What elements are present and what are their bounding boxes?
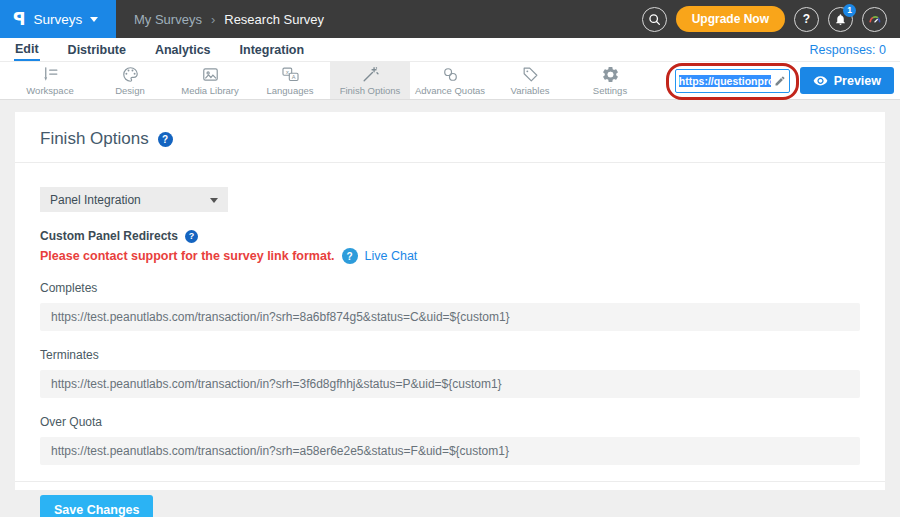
terminates-url-field[interactable]: https://test.peanutlabs.com/transaction/… [40, 370, 860, 398]
surveys-product-menu[interactable]: P Surveys [0, 0, 116, 38]
tab-edit[interactable]: Edit [14, 39, 40, 61]
chevron-down-icon [210, 198, 218, 203]
section-label: Custom Panel Redirects [40, 229, 178, 243]
responses-count[interactable]: Responses: 0 [810, 43, 886, 57]
finish-options-card: Finish Options ? Panel Integration Custo… [15, 112, 885, 490]
finish-option-type-dropdown[interactable]: Panel Integration [40, 187, 228, 212]
page-title: Finish Options [40, 129, 149, 149]
preview-label: Preview [834, 74, 881, 88]
chain-links-icon [441, 65, 460, 84]
questionpro-logo: P [13, 9, 25, 29]
tag-icon [521, 65, 540, 84]
survey-url-annotated: https://questionpro.com/t/A [675, 69, 790, 93]
tab-distribute[interactable]: Distribute [67, 40, 127, 60]
workspace-icon [41, 65, 60, 84]
toolbar-item-design[interactable]: Design [90, 62, 170, 99]
completes-url-field[interactable]: https://test.peanutlabs.com/transaction/… [40, 303, 860, 331]
custom-panel-redirects-help-icon[interactable]: ? [185, 230, 198, 243]
support-note-text: Please contact support for the survey li… [40, 249, 335, 263]
custom-panel-redirects-row: Custom Panel Redirects ? [40, 229, 860, 243]
card-footer: Save Changes [15, 481, 885, 517]
search-icon [648, 13, 661, 26]
preview-button[interactable]: Preview [800, 67, 894, 94]
product-label: Surveys [33, 12, 82, 27]
toolbar-item-advance-quotas[interactable]: Advance Quotas [410, 62, 490, 99]
dropdown-selected-value: Panel Integration [50, 193, 141, 207]
palette-icon [121, 65, 140, 84]
gear-icon [601, 65, 620, 84]
toolbar-item-languages[interactable]: x A Languages [250, 62, 330, 99]
search-button[interactable] [642, 7, 667, 32]
magic-wand-icon [361, 65, 380, 84]
save-changes-button[interactable]: Save Changes [40, 495, 153, 517]
help-button[interactable]: ? [794, 7, 819, 32]
toolbar-right: https://questionpro.com/t/A Preview [675, 62, 900, 99]
notification-badge: 1 [843, 4, 856, 17]
avatar-gauge-icon [866, 11, 883, 28]
toolbar-item-media-library[interactable]: Media Library [170, 62, 250, 99]
breadcrumb-current-survey: Research Survey [224, 12, 324, 27]
svg-text:A: A [291, 74, 295, 80]
header-actions: Upgrade Now ? 1 [642, 6, 900, 32]
edit-pencil-icon[interactable] [774, 75, 786, 87]
top-header: P Surveys My Surveys › Research Survey U… [0, 0, 900, 38]
over-quota-label: Over Quota [40, 415, 860, 429]
translate-icon: x A [281, 65, 300, 84]
edit-toolbar: Workspace Design Media Library x A Langu… [0, 62, 900, 100]
survey-url-input[interactable]: https://questionpro.com/t/A [675, 69, 790, 93]
notifications-button[interactable]: 1 [828, 7, 853, 32]
tab-analytics[interactable]: Analytics [154, 40, 212, 60]
card-header: Finish Options ? [15, 112, 885, 163]
toolbar-item-workspace[interactable]: Workspace [10, 62, 90, 99]
tab-integration[interactable]: Integration [239, 40, 306, 60]
breadcrumb: My Surveys › Research Survey [134, 12, 324, 27]
survey-nav-tabs: Edit Distribute Analytics Integration Re… [0, 38, 900, 62]
terminates-label: Terminates [40, 348, 860, 362]
toolbar-item-finish-options[interactable]: Finish Options [330, 62, 410, 99]
live-chat-link[interactable]: Live Chat [365, 249, 418, 263]
over-quota-url-field[interactable]: https://test.peanutlabs.com/transaction/… [40, 437, 860, 465]
survey-url-value: https://questionpro.com/t/A [679, 75, 771, 87]
breadcrumb-separator: › [211, 12, 215, 27]
finish-options-help-icon[interactable]: ? [158, 132, 173, 147]
toolbar-item-variables[interactable]: Variables [490, 62, 570, 99]
toolbar-item-settings[interactable]: Settings [570, 62, 650, 99]
breadcrumb-my-surveys[interactable]: My Surveys [134, 12, 202, 27]
card-body: Panel Integration Custom Panel Redirects… [15, 163, 885, 465]
question-mark-icon: ? [803, 12, 810, 26]
chevron-down-icon [90, 17, 98, 22]
account-menu-button[interactable] [862, 7, 887, 32]
image-icon [201, 65, 220, 84]
completes-label: Completes [40, 281, 860, 295]
support-note-row: Please contact support for the survey li… [40, 248, 860, 264]
upgrade-now-button[interactable]: Upgrade Now [676, 6, 785, 32]
live-chat-help-icon[interactable]: ? [342, 248, 358, 264]
eye-icon [813, 73, 828, 88]
